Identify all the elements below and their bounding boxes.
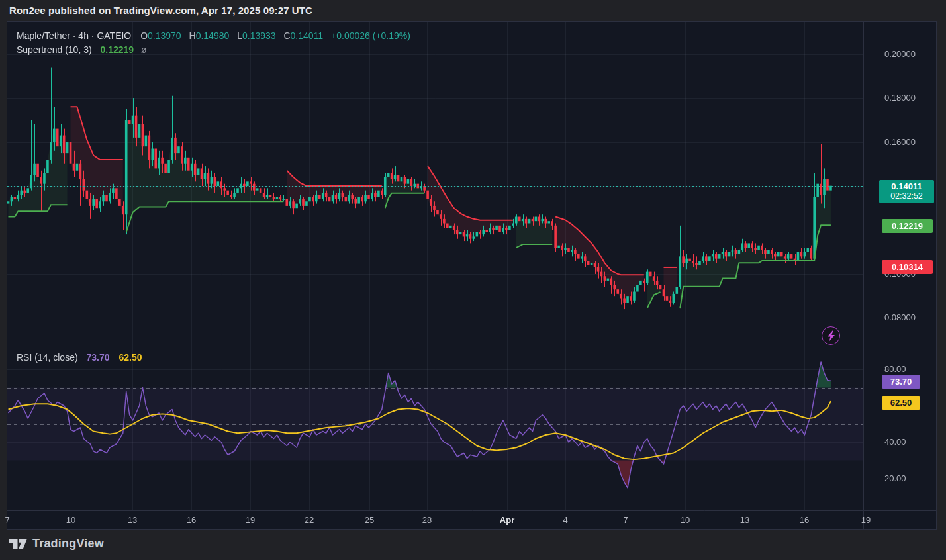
axis-tick-label: 0.20000 [884,49,916,60]
bar-countdown: 02:32:52 [879,191,934,201]
high-value: 0.14980 [196,30,230,41]
high-label: H [184,30,196,41]
time-tick-label: 16 [187,510,196,530]
time-tick-label: Apr [500,510,514,530]
indicator-legend-row[interactable]: Supertrend (10, 3) 0.12219 ø [17,43,410,57]
last-price-value: 0.14011 [879,181,934,191]
axis-tick-label: 40.00 [884,437,906,447]
time-tick-label: 7 [5,510,9,530]
boost-button[interactable] [822,326,840,345]
tradingview-logo-icon [9,539,27,549]
indicator-hidden-icon[interactable]: ø [136,44,147,55]
rsi-ma-value: 62.50 [112,352,142,363]
publish-header: Ron2ee published on TradingView.com, Apr… [0,0,946,21]
symbol-legend-row[interactable]: Maple/Tether · 4h · GATEIO O0.13970 H0.1… [17,29,410,43]
tradingview-brand[interactable]: TradingView [9,537,104,551]
time-tick-label: 22 [305,510,314,530]
lightning-icon [826,330,836,342]
axis-tick-label: 0.18000 [884,93,916,103]
time-tick-label: 13 [128,510,137,530]
time-tick-label: 25 [365,510,374,530]
time-tick-label: 19 [861,510,871,530]
indicator-name: Supertrend (10, 3) [17,44,92,55]
tradingview-brand-text: TradingView [32,537,104,551]
rsi-badge: 73.70 [882,375,920,389]
chart-canvas[interactable] [7,22,937,530]
open-label: O [134,30,148,41]
time-tick-label: 19 [246,510,255,530]
open-value: 0.13970 [148,30,181,41]
time-tick-label: 16 [800,510,809,530]
symbol-legend: Maple/Tether · 4h · GATEIO O0.13970 H0.1… [17,29,410,57]
change-value: +0.00026 (+0.19%) [326,30,410,41]
time-tick-label: 7 [623,510,628,530]
close-value: 0.14011 [291,30,324,41]
supertrend-down-badge: 0.10314 [882,260,933,274]
chart-panel: Maple/Tether · 4h · GATEIO O0.13970 H0.1… [7,21,937,530]
symbol-title: Maple/Tether · 4h · GATEIO [17,30,131,41]
footer: TradingView [0,530,946,560]
time-tick-label: 28 [422,510,432,530]
rsi-name: RSI (14, close) [17,352,78,363]
close-label: C [278,30,290,41]
indicator-value: 0.12219 [95,44,134,55]
supertrend-up-badge: 0.12219 [882,219,933,233]
time-tick-label: 10 [66,510,75,530]
time-tick-label: 10 [681,510,690,530]
rsi-ma-badge: 62.50 [882,396,920,410]
axis-tick-label: 80.00 [884,364,906,375]
publish-title: Ron2ee published on TradingView.com, Apr… [9,0,312,21]
time-axis[interactable]: 710131619222528Apr4710131619 [7,510,937,530]
low-label: L [232,30,242,41]
low-value: 0.13933 [242,30,276,41]
rsi-legend[interactable]: RSI (14, close) 73.70 62.50 [17,352,142,363]
last-price-badge: 0.14011 02:32:52 [879,180,934,203]
rsi-value: 73.70 [80,352,109,363]
axis-tick-label: 20.00 [884,473,906,484]
time-tick-label: 4 [563,510,567,530]
time-tick-label: 13 [740,510,749,530]
axis-tick-label: 0.16000 [884,137,916,148]
axis-tick-label: 0.08000 [884,312,916,323]
